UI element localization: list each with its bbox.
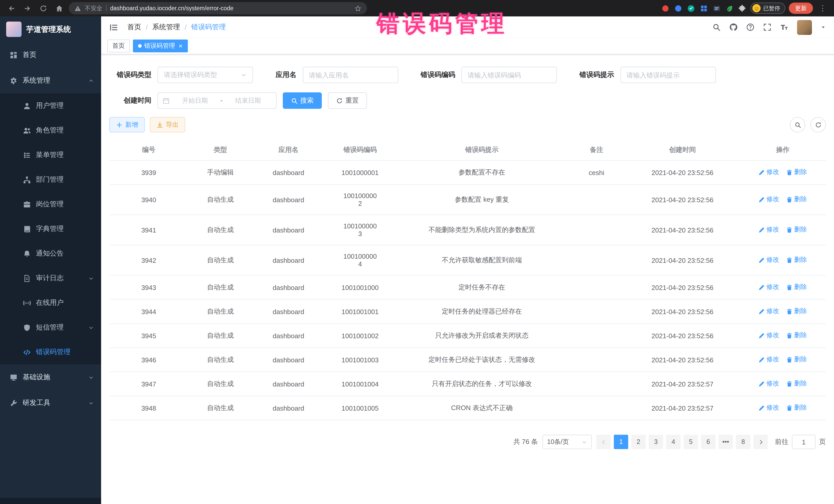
add-button[interactable]: 新增 (109, 117, 145, 132)
update-button[interactable]: 更新 (789, 3, 813, 14)
edit-button[interactable]: 修改 (759, 379, 779, 388)
user-avatar[interactable] (797, 20, 812, 35)
cell-app: dashboard (253, 215, 324, 245)
edit-button[interactable]: 修改 (759, 168, 779, 177)
delete-button[interactable]: 删除 (786, 168, 807, 177)
delete-button[interactable]: 删除 (786, 379, 807, 388)
edit-button[interactable]: 修改 (759, 225, 779, 234)
edit-button[interactable]: 修改 (759, 195, 779, 204)
delete-button[interactable]: 删除 (786, 307, 807, 316)
sidebar-item-11[interactable]: 短信管理 (0, 315, 101, 340)
sidebar-item-3[interactable]: 角色管理 (0, 118, 101, 143)
cell-code: 1001001004 (324, 372, 396, 396)
browser-menu-button[interactable]: ⋮ (816, 2, 829, 14)
fullscreen-icon[interactable] (763, 23, 771, 31)
edit-button[interactable]: 修改 (759, 355, 779, 364)
edit-button[interactable]: 修改 (759, 404, 779, 412)
font-size-icon[interactable] (780, 23, 788, 31)
delete-label: 删除 (794, 331, 807, 340)
search-icon[interactable] (712, 23, 721, 31)
sidebar-item-9[interactable]: 审计日志 (0, 266, 101, 290)
dark-badge-extension-icon[interactable] (712, 4, 721, 13)
collapse-sidebar-button[interactable] (109, 23, 118, 31)
delete-label: 删除 (794, 307, 807, 316)
home-button[interactable] (53, 2, 65, 14)
refresh-table-button[interactable] (810, 117, 826, 132)
error-type-select[interactable]: 请选择错误码类型 (158, 67, 253, 83)
page-button-8[interactable]: 8 (736, 435, 750, 449)
sidebar-collapse-bar[interactable] (0, 498, 101, 504)
page-button-3[interactable]: 3 (649, 435, 663, 449)
toggle-search-button[interactable] (790, 117, 805, 132)
app-logo[interactable]: 芋道管理系统 (0, 17, 101, 42)
edit-button[interactable]: 修改 (759, 283, 779, 292)
reset-button[interactable]: 重置 (328, 92, 367, 109)
sidebar-item-6[interactable]: 岗位管理 (0, 192, 101, 217)
sidebar-item-12[interactable]: 错误码管理 (0, 340, 101, 365)
export-button[interactable]: 导出 (150, 117, 185, 132)
error-hint-input[interactable] (627, 71, 709, 79)
sidebar-item-5[interactable]: 部门管理 (0, 167, 101, 192)
more-pages-button[interactable]: ••• (719, 435, 733, 449)
sidebar-item-1[interactable]: 系统管理 (0, 68, 101, 93)
breadcrumb: 首页/系统管理/错误码管理 (127, 23, 226, 32)
delete-button[interactable]: 删除 (786, 225, 807, 234)
error-code-input[interactable] (467, 71, 551, 79)
edit-button[interactable]: 修改 (759, 307, 779, 316)
search-button[interactable]: 搜索 (283, 92, 322, 109)
breadcrumb-item-1[interactable]: 系统管理 (152, 23, 180, 32)
chevron-up-icon (88, 78, 94, 83)
breadcrumb-item-0[interactable]: 首页 (127, 23, 141, 32)
create-time-range-picker[interactable]: 开始日期 - 结束日期 (158, 92, 277, 109)
sidebar-item-0[interactable]: 首页 (0, 42, 101, 68)
page-button-2[interactable]: 2 (631, 435, 646, 449)
grid-extension-icon[interactable] (700, 4, 708, 13)
sidebar-item-10[interactable]: 在线用户 (0, 290, 101, 315)
tab-0[interactable]: 首页 (107, 40, 130, 52)
blue-dot-extension-icon[interactable] (674, 4, 683, 13)
tab-1[interactable]: 错误码管理× (133, 40, 188, 52)
page-size-select[interactable]: 10条/页 (543, 435, 592, 449)
prev-page-button[interactable] (596, 435, 611, 449)
sidebar-item-13[interactable]: 基础设施 (0, 365, 101, 390)
page-button-6[interactable]: 6 (701, 435, 716, 449)
close-icon[interactable]: × (179, 43, 182, 49)
edit-button[interactable]: 修改 (759, 331, 779, 340)
profile-paused-badge[interactable]: ☺ 已暂停 (750, 3, 785, 14)
leaf-extension-icon[interactable] (725, 4, 734, 13)
page-button-5[interactable]: 5 (684, 435, 698, 449)
delete-button[interactable]: 删除 (786, 404, 807, 412)
delete-button[interactable]: 删除 (786, 355, 807, 364)
sidebar-item-4[interactable]: 菜单管理 (0, 143, 101, 167)
next-page-button[interactable] (753, 435, 768, 449)
delete-button[interactable]: 删除 (786, 256, 807, 265)
teal-check-extension-icon[interactable] (687, 4, 696, 13)
page-button-4[interactable]: 4 (666, 435, 681, 449)
caret-down-icon[interactable] (821, 25, 826, 30)
app-name-input[interactable] (309, 71, 392, 79)
reload-button[interactable] (37, 2, 49, 14)
delete-icon (786, 357, 792, 363)
sidebar-item-7[interactable]: 字典管理 (0, 217, 101, 241)
delete-button[interactable]: 删除 (786, 195, 807, 204)
edit-button[interactable]: 修改 (759, 256, 779, 265)
address-bar[interactable]: 不安全 dashboard.yudao.iocoder.cn/system/er… (69, 2, 367, 14)
bookmark-star-button[interactable] (355, 5, 361, 12)
sidebar-item-2[interactable]: 用户管理 (0, 93, 101, 118)
red-dot-extension-icon[interactable] (661, 4, 670, 13)
help-icon[interactable] (746, 23, 754, 31)
document-icon (23, 274, 31, 282)
goto-page-input[interactable] (792, 435, 815, 449)
puzzle-extension-icon[interactable] (738, 4, 747, 13)
table-row: 3939手动编辑dashboard1001000001参数配置不存在ceshi2… (109, 160, 826, 184)
delete-button[interactable]: 删除 (786, 283, 807, 292)
github-icon[interactable] (729, 23, 738, 31)
sidebar-item-8[interactable]: 通知公告 (0, 241, 101, 266)
cell-app: dashboard (253, 160, 324, 184)
cell-ops: 修改删除 (740, 184, 826, 215)
back-button[interactable] (5, 2, 18, 14)
sidebar-item-14[interactable]: 研发工具 (0, 390, 101, 416)
forward-button[interactable] (21, 2, 34, 14)
page-button-1[interactable]: 1 (614, 435, 628, 449)
delete-button[interactable]: 删除 (786, 331, 807, 340)
